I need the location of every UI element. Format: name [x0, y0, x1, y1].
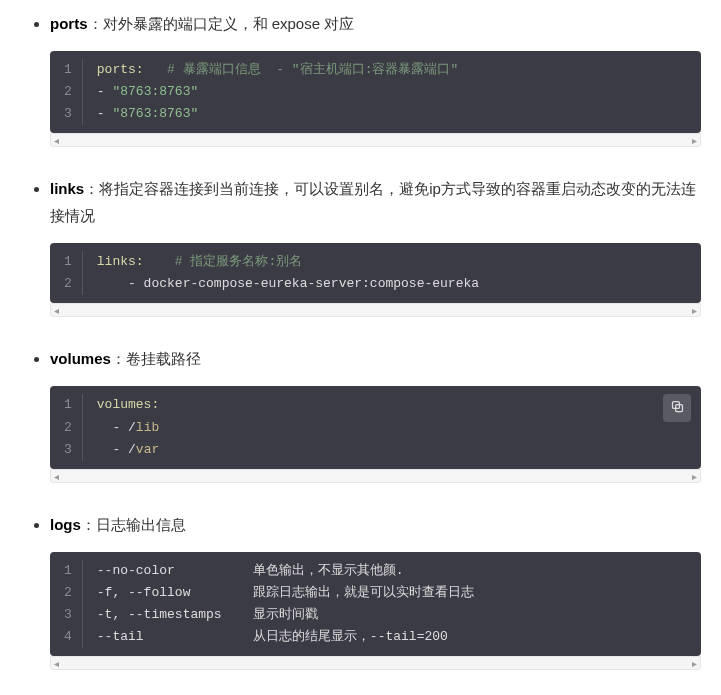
line-number: 4 [64, 626, 72, 648]
code-token: - [97, 84, 113, 99]
line-number-gutter: 123 [50, 394, 83, 460]
section-term: volumes [50, 350, 111, 367]
code-wrap: 123ports: # 暴露端口信息 - "宿主机端口:容器暴露端口"- "87… [50, 51, 701, 147]
code-token: - / [97, 442, 136, 457]
code-token: links: [97, 254, 144, 269]
code-inner: 123volumes: - /lib - /var [50, 386, 701, 468]
line-number-gutter: 12 [50, 251, 83, 295]
section-desc: ：将指定容器连接到当前连接，可以设置别名，避免ip方式导致的容器重启动态改变的无… [50, 180, 696, 224]
section-term: links [50, 180, 84, 197]
section-item: links：将指定容器连接到当前连接，可以设置别名，避免ip方式导致的容器重启动… [50, 175, 701, 317]
code-wrap: 1234--no-color 单色输出，不显示其他颜.-f, --follow … [50, 552, 701, 670]
code-token: -f, --follow 跟踪日志输出，就是可以实时查看日志 [97, 585, 474, 600]
code-line: links: # 指定服务名称:别名 [97, 251, 687, 273]
horizontal-scrollbar[interactable] [50, 469, 701, 483]
line-number: 3 [64, 439, 72, 461]
code-line: - /var [97, 439, 687, 461]
line-number: 2 [64, 417, 72, 439]
horizontal-scrollbar[interactable] [50, 656, 701, 670]
section-list: ports：对外暴露的端口定义，和 expose 对应123ports: # 暴… [20, 10, 701, 670]
code-token: "8763:8763" [112, 106, 198, 121]
code-token: lib [136, 420, 159, 435]
code-inner: 123ports: # 暴露端口信息 - "宿主机端口:容器暴露端口"- "87… [50, 51, 701, 133]
code-line: volumes: [97, 394, 687, 416]
section-item: logs：日志输出信息1234--no-color 单色输出，不显示其他颜.-f… [50, 511, 701, 670]
code-line: - "8763:8763" [97, 81, 687, 103]
code-token: - [97, 106, 113, 121]
code-lines[interactable]: links: # 指定服务名称:别名 - docker-compose-eure… [83, 251, 701, 295]
code-token: var [136, 442, 159, 457]
section-heading: ports：对外暴露的端口定义，和 expose 对应 [50, 10, 701, 37]
line-number-gutter: 1234 [50, 560, 83, 648]
code-block: 123volumes: - /lib - /var [50, 386, 701, 468]
code-wrap: 12links: # 指定服务名称:别名 - docker-compose-eu… [50, 243, 701, 317]
copy-button[interactable] [663, 394, 691, 422]
code-line: - docker-compose-eureka-server:compose-e… [97, 273, 687, 295]
section-heading: volumes：卷挂载路径 [50, 345, 701, 372]
code-token: - docker-compose-eureka-server:compose-e… [97, 276, 479, 291]
code-lines[interactable]: volumes: - /lib - /var [83, 394, 701, 460]
copy-icon [670, 395, 685, 422]
code-wrap: 123volumes: - /lib - /var [50, 386, 701, 482]
section-item: ports：对外暴露的端口定义，和 expose 对应123ports: # 暴… [50, 10, 701, 147]
code-inner: 12links: # 指定服务名称:别名 - docker-compose-eu… [50, 243, 701, 303]
code-line: --tail 从日志的结尾显示，--tail=200 [97, 626, 687, 648]
code-line: --no-color 单色输出，不显示其他颜. [97, 560, 687, 582]
horizontal-scrollbar[interactable] [50, 133, 701, 147]
code-block: 1234--no-color 单色输出，不显示其他颜.-f, --follow … [50, 552, 701, 656]
code-block: 123ports: # 暴露端口信息 - "宿主机端口:容器暴露端口"- "87… [50, 51, 701, 133]
horizontal-scrollbar[interactable] [50, 303, 701, 317]
code-line: -f, --follow 跟踪日志输出，就是可以实时查看日志 [97, 582, 687, 604]
code-block: 12links: # 指定服务名称:别名 - docker-compose-eu… [50, 243, 701, 303]
code-line: - "8763:8763" [97, 103, 687, 125]
line-number: 1 [64, 59, 72, 81]
code-line: -t, --timestamps 显示时间戳 [97, 604, 687, 626]
line-number: 3 [64, 103, 72, 125]
code-token: # 指定服务名称:别名 [175, 254, 302, 269]
section-term: logs [50, 516, 81, 533]
line-number: 1 [64, 560, 72, 582]
code-lines[interactable]: ports: # 暴露端口信息 - "宿主机端口:容器暴露端口"- "8763:… [83, 59, 701, 125]
code-token: volumes: [97, 397, 159, 412]
section-desc: ：卷挂载路径 [111, 350, 201, 367]
code-token: - / [97, 420, 136, 435]
code-token: --no-color 单色输出，不显示其他颜. [97, 563, 404, 578]
line-number: 1 [64, 251, 72, 273]
section-desc: ：日志输出信息 [81, 516, 186, 533]
line-number: 3 [64, 604, 72, 626]
section-heading: links：将指定容器连接到当前连接，可以设置别名，避免ip方式导致的容器重启动… [50, 175, 701, 229]
line-number: 2 [64, 582, 72, 604]
line-number: 1 [64, 394, 72, 416]
code-token: --tail 从日志的结尾显示，--tail=200 [97, 629, 448, 644]
section-item: volumes：卷挂载路径123volumes: - /lib - /var [50, 345, 701, 482]
section-desc: ：对外暴露的端口定义，和 expose 对应 [88, 15, 355, 32]
code-lines[interactable]: --no-color 单色输出，不显示其他颜.-f, --follow 跟踪日志… [83, 560, 701, 648]
line-number-gutter: 123 [50, 59, 83, 125]
code-token: "8763:8763" [112, 84, 198, 99]
code-token [144, 62, 167, 77]
code-token: -t, --timestamps 显示时间戳 [97, 607, 318, 622]
code-line: - /lib [97, 417, 687, 439]
section-term: ports [50, 15, 88, 32]
code-token: # 暴露端口信息 - "宿主机端口:容器暴露端口" [167, 62, 458, 77]
code-line: ports: # 暴露端口信息 - "宿主机端口:容器暴露端口" [97, 59, 687, 81]
code-token: ports: [97, 62, 144, 77]
line-number: 2 [64, 273, 72, 295]
code-token [144, 254, 175, 269]
code-inner: 1234--no-color 单色输出，不显示其他颜.-f, --follow … [50, 552, 701, 656]
section-heading: logs：日志输出信息 [50, 511, 701, 538]
line-number: 2 [64, 81, 72, 103]
